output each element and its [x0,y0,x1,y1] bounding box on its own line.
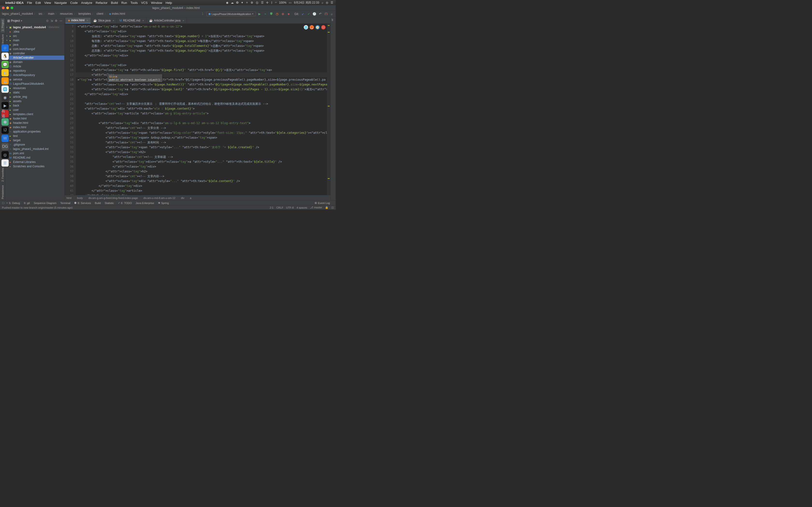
tree-node[interactable]: ▫.gitignore [5,143,64,147]
tree-node[interactable]: ▾▸templates.client [5,112,64,116]
tool-services[interactable]: ⬢ 8:Services [74,201,91,205]
tray-icon[interactable]: ☁ [231,1,234,4]
tree-node[interactable]: ▾◉com.leonzhangxf [5,47,64,51]
tree-node[interactable]: ▾◉domain [5,60,64,64]
tab-readme[interactable]: MREADME.md× [117,18,147,23]
tree-node[interactable]: ▾◉controller [5,51,64,56]
terminal-icon[interactable]: ▶ [1,102,9,109]
wechat-icon[interactable]: ❂ [236,1,239,4]
menu-run[interactable]: Run [121,1,127,5]
tree-node[interactable]: ▫lagou_phase1_module4.iml [5,147,64,151]
spotlight-icon[interactable]: ⌕ [322,1,323,4]
siri-icon[interactable]: ◎ [326,1,328,4]
app-name[interactable]: IntelliJ IDEA [5,1,24,5]
tree-node[interactable]: ▸External Libraries [5,160,64,164]
menu-help[interactable]: Help [165,1,172,5]
caret-position[interactable]: 2:1 [270,206,273,209]
menu-edit[interactable]: Edit [36,1,41,5]
left-tab-persistence[interactable]: Persistence [1,184,5,201]
vcs-revert-icon[interactable]: ↶ [318,12,322,16]
line-separator[interactable]: CRLF [276,206,283,209]
date-time[interactable]: 9月24日 周四 22:33 [294,1,319,5]
tree-node[interactable]: ▾◉service [5,77,64,81]
menu-view[interactable]: View [44,1,51,5]
run-icon[interactable]: ▶ [258,12,261,16]
hide-icon[interactable]: — [59,19,62,22]
close-icon[interactable]: × [87,19,88,22]
menu-file[interactable]: File [27,1,32,5]
tool-debug[interactable]: ⌁ 5:Debug [6,201,20,205]
menu-build[interactable]: Build [111,1,118,5]
tree-node[interactable]: ◈index.html [5,125,64,129]
tree-node[interactable]: ◈footer.html [5,116,64,121]
indent[interactable]: 4 spaces [297,206,307,209]
tab-slice-java[interactable]: ☕Slice.java× [91,18,117,23]
search-icon[interactable]: ⌕ [330,12,334,16]
word-icon[interactable]: W [1,135,9,142]
wechat-app-icon[interactable]: 💬 [1,61,9,68]
tool-todo[interactable]: ✓ 6:TODO [118,201,132,205]
tree-node[interactable]: ▸back [5,103,64,108]
bluetooth-icon[interactable]: ᛒ [271,1,272,4]
attach-icon[interactable]: ⊕ [281,12,285,16]
tree-node[interactable]: ⒸArticleRepository [5,73,64,77]
tray-icon-3[interactable]: ✧ [246,1,248,4]
vcs-history-icon[interactable]: 🕐 [312,12,316,16]
app-icon-3[interactable]: ◎ [1,151,9,158]
tool-statistic[interactable]: Statistic [105,202,114,205]
tree-node[interactable]: ▸user [5,108,64,112]
menu-analyze[interactable]: Analyze [81,1,92,5]
event-log[interactable]: ⊞ Event Log [315,201,330,205]
tool-terminal[interactable]: Terminal [60,202,70,205]
menu-refactor[interactable]: Refactor [96,1,108,5]
crumb-root[interactable]: lagou_phase1_module4 [2,12,33,15]
tray-icon-5[interactable]: ㊟ [256,1,259,5]
lock-icon[interactable]: 🔒 [325,206,328,209]
error-stripe[interactable] [327,24,331,195]
tab-article-controller[interactable]: ☕ArticleController.java× [147,18,187,23]
project-title[interactable]: Project [11,19,20,22]
safari-icon[interactable]: 🧭 [315,25,320,30]
vcs-commit-icon[interactable]: ✓ [307,12,311,16]
tree-root[interactable]: ▾▣ lagou_phase1_module4 ~/data/idev [5,25,64,30]
tree-node[interactable]: ▸target [5,138,64,143]
minimize-window-icon[interactable] [6,6,9,9]
chrome-icon[interactable]: 🌐 [304,25,308,30]
obs-app-icon[interactable]: ◉ [1,94,9,101]
tree-node[interactable]: ◈header.html [5,121,64,125]
intellij-icon[interactable]: IJ [1,126,9,134]
tree-node[interactable]: ▾▸src [5,34,64,38]
tree-node[interactable]: ▸Scratches and Consoles [5,164,64,169]
run-configuration[interactable]: LagouPhase1Module4Application▾ [206,12,256,16]
stop-icon[interactable]: ■ [287,12,291,16]
tab-index-html[interactable]: ◈index.html× [65,18,91,23]
close-window-icon[interactable] [2,6,5,9]
left-tab-project[interactable]: 1: Project [1,18,5,32]
tree-node[interactable]: mpom.xml [5,151,64,156]
tree-node[interactable]: ▾▸static [5,90,64,95]
encoding[interactable]: UTF-8 [286,206,294,209]
tree-node[interactable]: MREADME.md [5,156,64,160]
gear-icon[interactable]: ⚙ [55,19,57,22]
code-editor[interactable]: <"attr">class="tag">div "attr">class="am… [75,24,327,195]
show-toolwindows-icon[interactable]: ▢ [2,201,4,205]
tray-icon-6[interactable]: ☰ [261,1,264,4]
tree-node[interactable]: ▸.idea [5,30,64,34]
tool-spring[interactable]: ❀ Spring [158,201,169,205]
close-icon[interactable]: × [183,19,184,22]
menu-code[interactable]: Code [70,1,78,5]
vcs-update-icon[interactable]: ↙ [301,12,305,16]
tool-javaee[interactable]: Java Enterprise [136,202,154,205]
tray-icon-2[interactable]: ✦ [241,1,243,4]
tree-node[interactable]: ▾◉repository [5,68,64,73]
select-opened-file-icon[interactable]: ⊙ [46,19,49,22]
firefox-icon[interactable]: 🦊 [310,25,314,30]
chrome-app-icon[interactable]: 🌐 [1,86,9,93]
qq-icon[interactable]: 🐧 [1,53,9,60]
debug-icon[interactable]: ⌁ [263,12,267,16]
maven-tab[interactable]: m [331,17,335,22]
tree-node[interactable]: ▸assets [5,99,64,103]
menu-navigate[interactable]: Navigate [54,1,67,5]
trash-icon[interactable]: 🗑 [1,159,9,167]
expand-all-icon[interactable]: ⇲ [51,19,53,22]
